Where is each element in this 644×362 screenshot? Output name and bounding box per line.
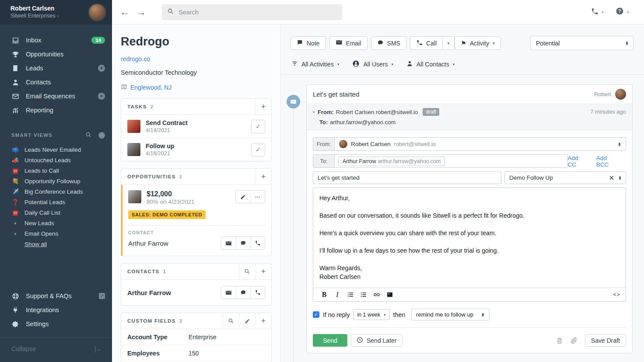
add-bcc-link[interactable]: Add BCC [596,155,621,168]
link-button[interactable] [371,289,382,300]
divider [313,327,626,328]
add-contact-button[interactable]: + [255,264,271,280]
ordered-list-button[interactable] [345,289,356,300]
reminder-select[interactable]: remind me to follow up ▲▼ [411,309,490,320]
complete-task-button[interactable]: ✓ [251,120,265,133]
search-box[interactable] [162,4,342,20]
smart-view-email-opens[interactable]: •Email Opens [0,228,112,239]
contact-name[interactable]: Arthur Farrow [127,289,221,296]
help-menu[interactable]: ? ▾ [616,7,629,17]
lead-status-select[interactable]: Potential ▲▼ [530,36,634,50]
bullet-list-button[interactable] [358,289,369,300]
add-opportunity-button[interactable]: + [255,169,271,185]
show-all-link[interactable]: Show all [24,241,47,247]
html-toggle-button[interactable]: <> [613,292,620,298]
email-meta[interactable]: ▾ From: Robert Carlsen robert@sitwell.io… [307,104,632,130]
sms-contact-button[interactable] [236,237,250,249]
smart-view-daily-call-list[interactable]: ☎️Daily Call List [0,207,112,218]
if-no-reply-checkbox[interactable]: ✓ [313,311,319,318]
author-avatar [615,89,626,100]
search-fields-button[interactable] [223,313,239,329]
smart-view-new-leads[interactable]: •New Leads [0,218,112,228]
call-options-button[interactable]: ▾ [443,36,455,50]
sidebar-item-label: Leads [26,65,98,72]
call-contact-button[interactable] [250,286,265,299]
chevron-down-icon: ▾ [453,62,455,66]
lead-location-link[interactable]: Englewood, NJ [121,84,272,91]
email-body-editor[interactable]: Hey Arthur, Based on our conversation, i… [313,188,626,288]
filter-all-users[interactable]: All Users ▾ [352,60,393,69]
contact-name[interactable]: Arthur Farrow [128,240,221,247]
bold-button[interactable]: B [318,289,330,300]
reply-window-select[interactable]: in 1 week ▾ [353,309,389,320]
forward-button[interactable]: → [133,7,150,17]
subject-input[interactable] [313,171,501,184]
save-draft-button[interactable]: Save Draft [585,334,626,347]
sidebar-item-support[interactable]: Support & FAQs ↗ [0,289,112,303]
add-sequence-icon[interactable]: + [98,93,105,100]
inbox-count-badge: 14 [91,37,105,44]
sidebar-item-opportunities[interactable]: Opportunities [0,47,112,61]
smart-view-untouched-leads[interactable]: 📣Untouched Leads [0,155,112,165]
complete-task-button[interactable]: ✓ [251,143,265,157]
attachment-icon[interactable] [570,337,578,344]
edit-fields-button[interactable] [239,313,255,329]
smart-view-opportunity-followup[interactable]: 💐Opportunity Followup [0,176,112,186]
add-cc-link[interactable]: Add CC [568,155,588,168]
search-contacts-button[interactable] [239,264,255,280]
add-field-button[interactable]: + [255,313,271,329]
custom-field-row[interactable]: Employees 150 [121,345,271,362]
sidebar-item-inbox[interactable]: Inbox 14 [0,33,112,47]
send-button[interactable]: Send [313,334,347,347]
to-field[interactable]: To: Arthur Farrowarthur.farrow@yahoo.com [313,154,568,168]
edit-opportunity-button[interactable] [236,191,250,203]
smart-view-leads-never-emailed[interactable]: 📫Leads Never Emailed [0,144,112,155]
send-later-button[interactable]: Send Later [351,334,402,347]
custom-field-row[interactable]: Account Type Enterprise [121,329,271,345]
sidebar-item-leads[interactable]: Leads + [0,61,112,75]
user-avatar[interactable] [89,4,105,20]
call-contact-button[interactable] [250,237,265,249]
select-arrows-icon: ▲▼ [481,313,485,317]
life-ring-icon [11,292,19,300]
back-button[interactable]: ← [116,7,133,17]
email-contact-button[interactable] [221,286,236,299]
add-smart-view-icon[interactable]: + [98,132,105,139]
smart-view-big-conference-leads[interactable]: ✈️Big Conference Leads [0,186,112,197]
sidebar-item-integrations[interactable]: Integrations [0,303,112,317]
sidebar-item-reporting[interactable]: Reporting [0,103,112,117]
add-lead-icon[interactable]: + [98,65,105,72]
clear-template-icon[interactable]: ✕ [609,174,615,182]
topbar: ← → ▾ ? ▾ [112,0,644,24]
italic-button[interactable]: I [332,289,343,300]
more-options-button[interactable]: ⋯ [250,191,265,203]
sidebar-item-contacts[interactable]: Contacts [0,75,112,89]
from-select[interactable]: From: Robert Carlsen robert@sitwell.io ▲… [313,137,626,151]
phone-menu[interactable]: ▾ [591,7,604,17]
email-contact-button[interactable] [221,237,236,249]
search-input[interactable] [178,9,337,16]
delete-draft-icon[interactable] [556,337,563,344]
sms-button[interactable]: SMS [371,36,406,50]
lead-website-link[interactable]: redrogo.co [121,56,272,63]
smart-view-leads-to-call[interactable]: ☎️Leads to Call [0,165,112,176]
search-icon[interactable] [85,132,92,139]
org-name[interactable]: Sitwell Enterprises▾ [10,12,89,20]
task-avatar [127,143,140,156]
note-button[interactable]: Note [290,36,326,50]
collapse-button[interactable]: Collapse |← [0,338,112,360]
image-button[interactable] [384,289,396,300]
template-select[interactable]: Demo Follow Up ✕ ▲▼ [504,171,626,184]
smart-view-potential-leads[interactable]: ❓Potential Leads [0,197,112,207]
call-button[interactable]: Call [410,36,443,50]
filter-all-contacts[interactable]: All Contacts ▾ [406,60,455,68]
filter-all-activities[interactable]: All Activities ▾ [291,60,339,68]
add-task-button[interactable]: + [255,99,271,115]
account-switcher[interactable]: Robert Carlsen Sitwell Enterprises▾ [0,0,112,24]
sms-contact-button[interactable] [236,286,250,299]
email-button[interactable]: Email [329,36,368,50]
recipient-pill[interactable]: Arthur Farrowarthur.farrow@yahoo.com [338,157,445,166]
sidebar-item-email-sequences[interactable]: Email Sequences + [0,89,112,103]
sidebar-item-settings[interactable]: Settings [0,317,112,331]
activity-button[interactable]: ⚑ Activity ▾ [455,36,500,50]
